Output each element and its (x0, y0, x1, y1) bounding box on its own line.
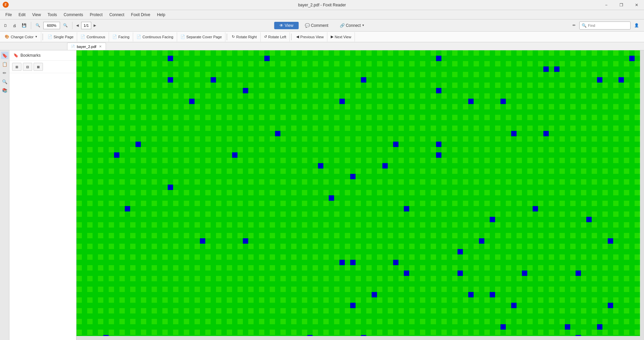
tab-close-button[interactable]: ✕ (98, 45, 102, 48)
comment-tab[interactable]: 💬 Comment (300, 22, 334, 29)
rotate-right-button[interactable]: ↻ Rotate Right (228, 32, 260, 42)
pages-icon-btn[interactable]: 📋 (1, 60, 8, 68)
connect-icon: 🔗 (340, 23, 345, 28)
bookmark-icon: 🔖 (13, 53, 18, 58)
profile-button[interactable]: 👤 (632, 21, 641, 30)
page-input[interactable] (81, 22, 91, 29)
restore-button[interactable]: ❐ (614, 0, 629, 10)
continuous-button[interactable]: 📄 Continuous (77, 32, 109, 42)
previous-view-button[interactable]: ◀ Previous View (293, 32, 327, 42)
search-icon: 🔍 (582, 23, 587, 28)
prev-page-button[interactable]: ◀ (74, 22, 80, 29)
menu-item-help[interactable]: Help (154, 11, 168, 18)
print-icon: 🖨 (13, 23, 16, 28)
color-palette-icon: 🎨 (5, 35, 9, 39)
menu-item-view[interactable]: View (30, 11, 44, 18)
sidebar-tools: ⊞ ⊟ ⊠ (9, 61, 76, 73)
search-box: 🔍 (579, 21, 631, 30)
horizontal-scrollbar[interactable] (76, 336, 644, 340)
menu-item-connect[interactable]: Connect (107, 11, 127, 18)
rotate-left-icon: ↺ (264, 35, 267, 39)
window-controls: − ❐ ✕ (599, 0, 644, 10)
view-sep-3 (291, 34, 291, 40)
rotate-left-button[interactable]: ↺ Rotate Left (261, 32, 290, 42)
view-icon: 👁 (279, 23, 283, 28)
separator-1 (31, 22, 31, 29)
bookmarks-icon-btn[interactable]: 🔖 (1, 52, 8, 59)
sidebar-tool-2[interactable]: ⊟ (23, 63, 32, 71)
zoom-out-button[interactable]: 🔍 (33, 21, 43, 30)
sidebar-tool-1[interactable]: ⊞ (12, 63, 21, 71)
right-toolbar: ✏ 🔍 👤 (570, 21, 641, 30)
main-content: 🔖 📋 ✏ 🔍 📚 🔖 Bookmarks ⊞ ⊟ ⊠ (0, 50, 644, 340)
bookmarks-label: Bookmarks (20, 53, 41, 58)
change-color-dropdown-icon: ▼ (35, 35, 38, 38)
bayer-pattern-canvas (76, 50, 644, 340)
save-icon: 💾 (22, 23, 26, 28)
print-button[interactable]: 🖨 (10, 21, 19, 30)
change-color-button[interactable]: 🎨 Change Color ▼ (1, 32, 41, 42)
view-tab[interactable]: 👁 View (274, 22, 299, 29)
menu-item-edit[interactable]: Edit (16, 11, 28, 18)
view-sep-1 (43, 34, 43, 40)
menu-item-foxit drive[interactable]: Foxit Drive (128, 11, 153, 18)
sidebar-tool-3[interactable]: ⊠ (34, 63, 43, 71)
previous-view-icon: ◀ (296, 35, 299, 39)
edit-button[interactable]: ✏ (570, 21, 578, 30)
zoom-in-icon: 🔍 (63, 23, 68, 28)
annotations-icon-btn[interactable]: ✏ (1, 69, 8, 77)
facing-button[interactable]: 📄 Facing (109, 32, 133, 42)
tab-label: bayer_2.pdf (77, 45, 96, 49)
zoom-in-button[interactable]: 🔍 (61, 21, 70, 30)
connect-dropdown-icon: ▼ (362, 24, 365, 27)
single-page-button[interactable]: 📄 Single Page (44, 32, 77, 42)
layers-icon-btn[interactable]: 📚 (1, 87, 8, 94)
separate-cover-button[interactable]: 📄 Separate Cover Page (177, 32, 226, 42)
tab-pdf-icon: 📄 (71, 45, 75, 48)
search-input[interactable] (588, 23, 628, 28)
close-button[interactable]: ✕ (629, 0, 644, 10)
zoom-input[interactable] (43, 22, 60, 29)
continuous-facing-icon: 📄 (137, 35, 141, 39)
new-icon: 🗋 (4, 23, 7, 28)
icon-bar: 🔖 📋 ✏ 🔍 📚 (0, 50, 9, 340)
separate-cover-icon: 📄 (180, 35, 185, 39)
center-toolbar: 👁 View 💬 Comment 🔗 Connect ▼ (274, 22, 370, 29)
search-panel-icon-btn[interactable]: 🔍 (1, 78, 8, 85)
connect-tab[interactable]: 🔗 Connect ▼ (334, 22, 370, 29)
menu-item-tools[interactable]: Tools (45, 11, 60, 18)
single-page-icon: 📄 (48, 35, 52, 39)
app-logo: F (3, 2, 9, 8)
comment-icon: 💬 (305, 23, 310, 28)
sidebar-header: 🔖 Bookmarks (9, 50, 76, 61)
next-view-button[interactable]: ▶ Next View (327, 32, 355, 42)
continuous-icon: 📄 (80, 35, 85, 39)
pdf-viewer[interactable] (76, 50, 644, 340)
main-toolbar: 🗋 🖨 💾 🔍 🔍 ◀ ▶ 👁 View 💬 Comment 🔗 Connect… (0, 19, 644, 32)
menu-item-comments[interactable]: Comments (61, 11, 86, 18)
sidebar: 🔖 Bookmarks ⊞ ⊟ ⊠ (9, 50, 76, 340)
new-button[interactable]: 🗋 (1, 21, 10, 30)
menu-item-protect[interactable]: Protect (87, 11, 105, 18)
facing-icon: 📄 (112, 35, 117, 39)
view-sep-2 (227, 34, 227, 40)
menu-bar: FileEditViewToolsCommentsProtectConnectF… (0, 10, 644, 19)
menu-item-file[interactable]: File (3, 11, 14, 18)
continuous-facing-button[interactable]: 📄 Continuous Facing (133, 32, 177, 42)
separator-2 (72, 22, 72, 29)
window-title: bayer_2.pdf - Foxit Reader (298, 3, 346, 7)
view-toolbar: 🎨 Change Color ▼ 📄 Single Page 📄 Continu… (0, 32, 644, 42)
tabs-bar: 📄 bayer_2.pdf ✕ (0, 42, 644, 50)
rotate-right-icon: ↻ (232, 35, 235, 39)
vertical-scrollbar[interactable] (640, 50, 644, 336)
next-page-button[interactable]: ▶ (92, 22, 98, 29)
tab-bayer[interactable]: 📄 bayer_2.pdf ✕ (67, 43, 106, 50)
zoom-box (43, 22, 60, 29)
zoom-out-icon: 🔍 (36, 23, 40, 28)
next-view-icon: ▶ (331, 35, 333, 39)
title-bar: F bayer_2.pdf - Foxit Reader − ❐ ✕ (0, 0, 644, 10)
save-button[interactable]: 💾 (19, 21, 29, 30)
minimize-button[interactable]: − (599, 0, 614, 10)
